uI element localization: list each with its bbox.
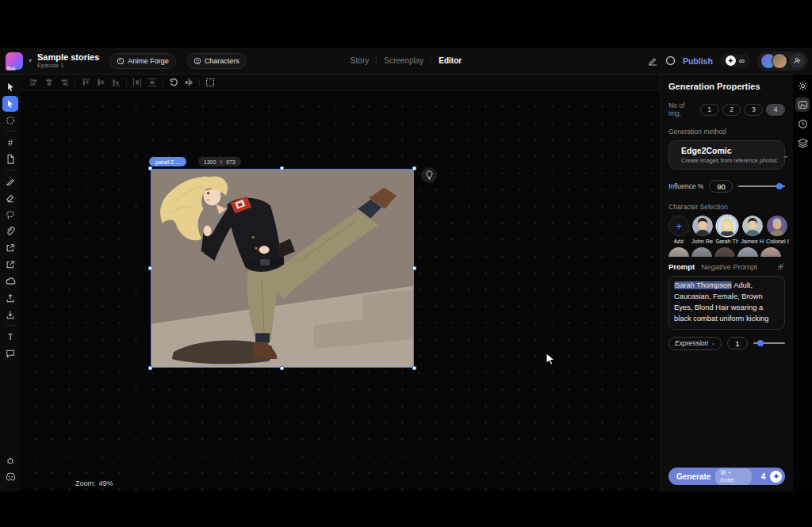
- expression-slider[interactable]: [753, 342, 785, 344]
- influence-slider[interactable]: [738, 185, 785, 187]
- status-ring-icon[interactable]: [665, 55, 676, 66]
- shape-tool[interactable]: [2, 113, 18, 128]
- select-tool[interactable]: [2, 79, 18, 95]
- upload-tool[interactable]: [2, 290, 18, 306]
- prompt-textarea[interactable]: Sarah Thompson Adult, Caucasian, Female,…: [668, 276, 785, 330]
- expression-dropdown[interactable]: Expression ⌄: [668, 337, 722, 350]
- tab-story[interactable]: Story: [350, 56, 369, 65]
- influence-value-input[interactable]: 90: [709, 180, 733, 193]
- avatar[interactable]: [772, 53, 787, 69]
- align-top-icon[interactable]: [81, 78, 90, 87]
- panel-title: Generation Properties: [668, 82, 785, 91]
- comment-tool[interactable]: [2, 346, 18, 361]
- app-window: Beta ▾ Sample stories Episode 1 Anime Fo…: [0, 48, 812, 491]
- slider-knob[interactable]: [776, 183, 783, 189]
- history-clock-icon[interactable]: [795, 116, 810, 131]
- tab-screenplay[interactable]: Screenplay: [384, 56, 423, 65]
- generation-method-dropdown[interactable]: Edge2Comic Create images from reference …: [668, 140, 785, 170]
- pen-tool[interactable]: [2, 174, 18, 189]
- resize-handle[interactable]: [148, 166, 152, 170]
- no-edit-icon[interactable]: [647, 55, 658, 67]
- lasso-tool[interactable]: [2, 207, 18, 223]
- num-images-option-2[interactable]: 2: [722, 104, 741, 116]
- method-description: Create images from reference photos: [681, 157, 777, 164]
- page-tool[interactable]: [2, 151, 18, 167]
- credit-star-icon: [770, 471, 782, 483]
- distribute-vertical-icon[interactable]: [147, 78, 157, 87]
- character-colonel[interactable]: Colonel I: [766, 216, 789, 245]
- resize-handle[interactable]: [148, 266, 152, 270]
- anime-forge-label: Anime Forge: [128, 57, 169, 65]
- resize-handle[interactable]: [412, 266, 416, 270]
- editor-canvas[interactable]: panel 2 ... 1300 X 973: [21, 91, 660, 491]
- panel-height: 973: [226, 159, 236, 165]
- publish-button[interactable]: Publish: [683, 56, 713, 66]
- bug-report-icon[interactable]: [2, 453, 18, 468]
- prompt-character-token[interactable]: Sarah Thompson: [674, 281, 732, 289]
- selected-comic-panel[interactable]: [151, 169, 414, 368]
- tab-prompt[interactable]: Prompt: [668, 262, 695, 271]
- num-images-option-1[interactable]: 1: [700, 104, 719, 116]
- share-panel-tool[interactable]: [2, 257, 18, 273]
- magic-prompt-toggle-icon[interactable]: [776, 262, 785, 271]
- cloud-tool[interactable]: [2, 273, 18, 289]
- image-panel-icon-selected[interactable]: [795, 97, 810, 112]
- zoom-indicator[interactable]: Zoom: 49%: [75, 479, 113, 487]
- character-selection-label: Character Selection: [668, 203, 785, 211]
- export-panel-tool[interactable]: [2, 240, 18, 256]
- attach-reference-tool[interactable]: [2, 223, 18, 239]
- characters-chip[interactable]: Characters: [186, 53, 247, 69]
- flip-icon[interactable]: [184, 78, 193, 87]
- character-james[interactable]: James H: [741, 216, 764, 245]
- layers-icon[interactable]: [795, 136, 810, 150]
- anime-forge-chip[interactable]: Anime Forge: [109, 53, 176, 69]
- resize-handle[interactable]: [148, 366, 152, 370]
- rotate-icon[interactable]: [169, 78, 178, 87]
- expression-value-input[interactable]: 1: [727, 337, 748, 349]
- settings-gear-icon[interactable]: [795, 78, 810, 93]
- resize-handle[interactable]: [280, 166, 284, 170]
- generate-shortcut: ⌘ + Enter: [715, 468, 751, 485]
- distribute-horizontal-icon[interactable]: [132, 78, 142, 87]
- plus-icon: +: [676, 220, 682, 232]
- resize-handle[interactable]: [280, 366, 284, 370]
- face-icon: [193, 57, 201, 65]
- top-bar: Beta ▾ Sample stories Episode 1 Anime Fo…: [0, 48, 812, 74]
- move-tool-active[interactable]: [2, 96, 18, 112]
- marquee-icon[interactable]: [205, 78, 215, 87]
- add-person-button[interactable]: [790, 53, 805, 68]
- text-tool[interactable]: T: [2, 329, 18, 345]
- suggestion-bulb-button[interactable]: [421, 167, 437, 183]
- generate-button[interactable]: Generate ⌘ + Enter 4: [668, 468, 785, 485]
- align-middle-vertical-icon[interactable]: [96, 78, 105, 87]
- eraser-tool[interactable]: [2, 190, 18, 206]
- panel-name-tag[interactable]: panel 2 ...: [149, 157, 186, 166]
- dimension-separator: X: [220, 159, 223, 165]
- episode-subtitle: Episode 1: [37, 63, 99, 70]
- resize-handle[interactable]: [412, 166, 416, 170]
- beta-badge: Beta: [6, 66, 17, 71]
- slider-knob[interactable]: [757, 340, 764, 346]
- character-sarah-selected[interactable]: Sarah Th: [715, 216, 738, 245]
- chevron-down-icon[interactable]: ▾: [29, 57, 32, 64]
- character-john[interactable]: John Re: [691, 216, 713, 245]
- tab-negative-prompt[interactable]: Negative Prompt: [701, 262, 757, 271]
- credits-button[interactable]: ∞: [720, 54, 750, 67]
- story-title[interactable]: Sample stories: [37, 52, 99, 63]
- align-right-icon[interactable]: [59, 78, 69, 87]
- align-bottom-icon[interactable]: [111, 78, 121, 87]
- download-tool[interactable]: [2, 307, 18, 323]
- character-row-overflow[interactable]: [668, 247, 785, 257]
- add-character-button[interactable]: + Add: [668, 216, 689, 245]
- generate-label: Generate: [676, 472, 710, 481]
- tab-editor[interactable]: Editor: [439, 56, 462, 65]
- align-center-horizontal-icon[interactable]: [44, 78, 54, 87]
- character-row: + Add John Re Sarah Th James H Colonel I: [668, 216, 785, 245]
- discord-icon[interactable]: [2, 469, 18, 485]
- app-logo[interactable]: Beta: [6, 52, 23, 70]
- frame-grid-tool[interactable]: #: [2, 135, 18, 151]
- align-left-icon[interactable]: [29, 78, 39, 87]
- num-images-option-3[interactable]: 3: [744, 104, 763, 116]
- resize-handle[interactable]: [412, 366, 416, 370]
- num-images-option-4-selected[interactable]: 4: [766, 104, 785, 116]
